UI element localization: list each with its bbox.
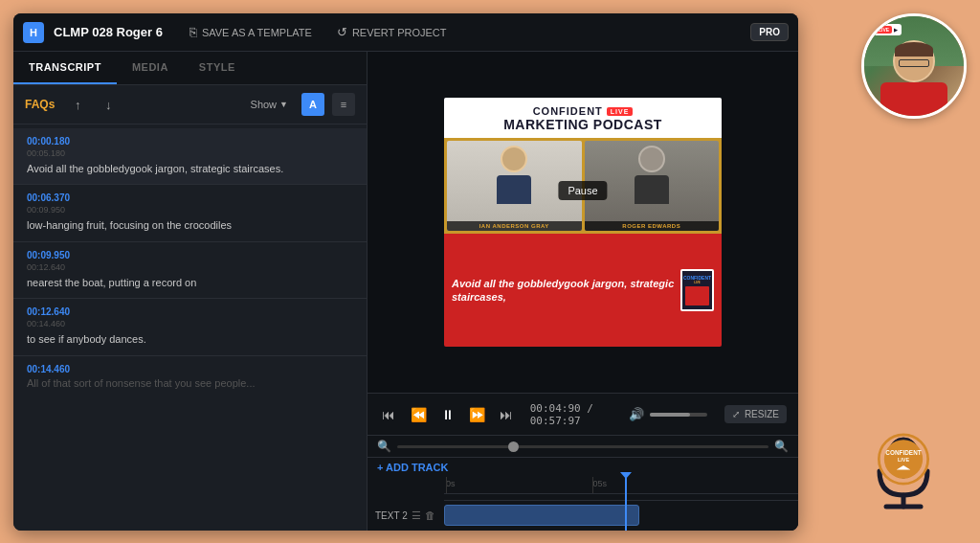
- tab-media[interactable]: MEDIA: [117, 52, 184, 84]
- upload-icon-btn[interactable]: ↑: [66, 93, 89, 116]
- avatar-person: [876, 40, 952, 116]
- skip-back-icon: ⏮: [382, 407, 395, 422]
- playhead[interactable]: [625, 477, 627, 531]
- transcript-time: 00:00.180: [27, 136, 353, 147]
- transcript-list: 00:00.180 00:05.180 Avoid all the gobble…: [13, 124, 367, 531]
- video-area: CONFIDENT LIVE MARKETING PODCAST: [368, 52, 798, 393]
- volume-icon: 🔊: [629, 407, 644, 421]
- save-template-label: SAVE AS A TEMPLATE: [202, 27, 312, 38]
- align-icon: ≡: [341, 99, 346, 110]
- upload-up-icon: ↑: [75, 98, 81, 112]
- save-template-button[interactable]: ⎘ SAVE AS A TEMPLATE: [182, 21, 320, 43]
- skip-forward-button[interactable]: ⏭: [497, 401, 517, 428]
- svg-text:LIVE: LIVE: [898, 457, 910, 463]
- list-item[interactable]: 00:14.460 All of that sort of nonsense t…: [13, 356, 367, 398]
- format-align-button[interactable]: ≡: [332, 93, 355, 116]
- sidebar: TRANSCRIPT MEDIA STYLE FAQs ↑ ↓ Show ▼ A: [13, 52, 368, 531]
- body-shape-2: [635, 175, 669, 204]
- save-template-icon: ⎘: [189, 25, 197, 39]
- download-icon-btn[interactable]: ↓: [97, 93, 120, 116]
- zoom-out-icon: 🔍: [377, 440, 391, 453]
- forward-button[interactable]: ⏩: [467, 401, 487, 428]
- main-content: TRANSCRIPT MEDIA STYLE FAQs ↑ ↓ Show ▼ A: [13, 52, 798, 531]
- transcript-text: All of that sort of nonsense that you se…: [27, 376, 353, 391]
- skip-back-button[interactable]: ⏮: [379, 401, 399, 428]
- list-item[interactable]: 00:00.180 00:05.180 Avoid all the gobble…: [13, 128, 367, 184]
- podcast-title-2: MARKETING PODCAST: [454, 117, 712, 132]
- avatar-glasses: [899, 59, 929, 67]
- body-shape-1: [497, 175, 531, 204]
- list-item[interactable]: 00:06.370 00:09.950 low-hanging fruit, f…: [13, 185, 367, 240]
- video-preview: CONFIDENT LIVE MARKETING PODCAST: [444, 98, 722, 347]
- live-badge-text: ▶: [894, 27, 898, 33]
- zoom-in-icon: 🔍: [774, 440, 789, 453]
- transcript-text: to see if anybody dances.: [27, 332, 353, 347]
- transcript-time: 00:12.640: [27, 306, 353, 317]
- pause-button[interactable]: ⏸: [437, 401, 457, 428]
- pro-badge: PRO: [750, 23, 789, 41]
- download-icon: ↓: [105, 98, 112, 112]
- revert-project-button[interactable]: ↺ REVERT PROJECT: [329, 21, 455, 43]
- person1-label: IAN ANDERSON GRAY: [447, 221, 582, 231]
- volume-area: 🔊: [629, 407, 707, 421]
- mic-icon-container: CONFIDENT LIVE: [865, 428, 942, 514]
- tab-style[interactable]: STYLE: [184, 52, 251, 84]
- zoom-slider[interactable]: [397, 445, 768, 448]
- zoom-thumb: [508, 441, 519, 452]
- ruler-mark-1: 05s: [592, 479, 607, 488]
- ruler-mark-0: 0s: [446, 479, 456, 488]
- avatar-container: LIVE ▶: [861, 13, 967, 119]
- rewind-button[interactable]: ⏪: [409, 401, 429, 428]
- trash-icon[interactable]: 🗑: [425, 509, 435, 521]
- list-item[interactable]: 00:09.950 00:12.640 nearest the boat, pu…: [13, 242, 367, 298]
- person-silhouette-2: [628, 146, 676, 213]
- podcast-caption: Avoid all the gobbledygook jargon, strat…: [444, 234, 722, 347]
- head-circle-1: [501, 146, 527, 172]
- resize-button[interactable]: ⤢ RESIZE: [724, 405, 787, 423]
- volume-slider[interactable]: [650, 413, 707, 417]
- add-track-button[interactable]: + ADD TRACK: [368, 458, 798, 477]
- avatar-head: [893, 40, 935, 82]
- transcript-text: Avoid all the gobbledygook jargon, strat…: [27, 162, 353, 176]
- transcript-text: low-hanging fruit, focusing on the croco…: [27, 218, 353, 233]
- sidebar-tabs: TRANSCRIPT MEDIA STYLE: [13, 52, 367, 85]
- caption-thumbnail: CONFIDENT LIVE: [680, 269, 714, 311]
- timeline-tracks: 0s 05s TEXT 2: [368, 477, 798, 531]
- thumb-inner-img: [685, 286, 709, 305]
- tab-transcript[interactable]: TRANSCRIPT: [13, 52, 117, 84]
- transcript-time-sub: 00:05.180: [27, 148, 353, 158]
- podcast-thumbnail: CONFIDENT LIVE MARKETING PODCAST: [444, 98, 722, 347]
- show-dropdown-btn[interactable]: Show ▼: [245, 96, 294, 113]
- live-badge: LIVE: [607, 107, 634, 116]
- revert-icon: ↺: [337, 25, 347, 39]
- live-badge-red: LIVE: [876, 26, 892, 34]
- playback-controls: ⏮ ⏪ ⏸ ⏩ ⏭ 00:04:90 / 00:57:97 �: [368, 393, 798, 435]
- transcript-time: 00:06.370: [27, 192, 353, 203]
- top-bar: H CLMP 028 Roger 6 ⎘ SAVE AS A TEMPLATE …: [13, 13, 798, 52]
- caption-text: Avoid all the gobbledygook jargon, strat…: [452, 277, 675, 305]
- podcast-photos: IAN ANDERSON GRAY ROGER EDWARDS: [444, 138, 722, 234]
- confident-live-circle-logo: CONFIDENT LIVE: [878, 433, 930, 486]
- track-block[interactable]: [444, 505, 639, 526]
- add-track-label: + ADD TRACK: [377, 462, 448, 473]
- person2-label: ROGER EDWARDS: [585, 221, 720, 231]
- time-display: 00:04:90 / 00:57:97: [530, 402, 619, 427]
- list-item[interactable]: 00:12.640 00:14.460 to see if anybody da…: [13, 299, 367, 354]
- track-name: TEXT 2: [375, 510, 408, 521]
- ruler-tick-0: [446, 477, 447, 493]
- track-row: TEXT 2 ☰ 🗑: [368, 500, 798, 531]
- avatar-inner: LIVE ▶: [864, 16, 964, 116]
- resize-icon: ⤢: [732, 409, 740, 419]
- transcript-text: nearest the boat, putting a record on: [27, 276, 353, 290]
- rewind-icon: ⏪: [411, 407, 427, 422]
- transcript-time-sub: 00:12.640: [27, 262, 353, 272]
- faqs-link[interactable]: FAQs: [25, 98, 55, 111]
- playhead-triangle: [620, 472, 632, 479]
- pause-icon: ⏸: [441, 407, 455, 422]
- format-a-button[interactable]: A: [301, 93, 324, 116]
- transcript-time: 00:09.950: [27, 250, 353, 260]
- podcast-header: CONFIDENT LIVE MARKETING PODCAST: [444, 98, 722, 138]
- list-icon[interactable]: ☰: [412, 509, 421, 522]
- resize-label: RESIZE: [745, 409, 779, 419]
- avatar-body: [880, 82, 947, 116]
